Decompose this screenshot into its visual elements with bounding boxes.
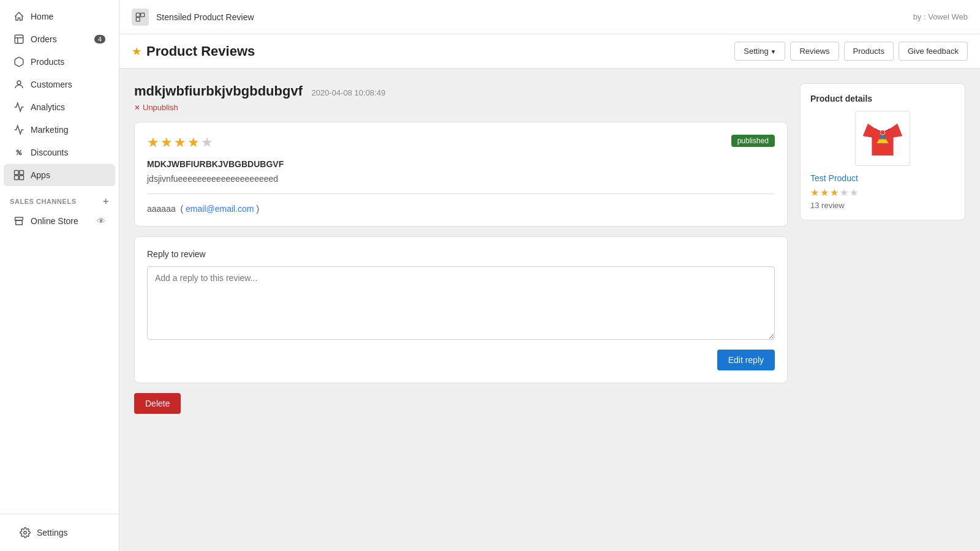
unpublish-button[interactable]: ✕ Unpublish <box>134 103 788 112</box>
product-details-card: Product details <box>800 83 965 220</box>
svg-point-2 <box>17 150 18 152</box>
product-star-4: ★ <box>840 187 848 198</box>
product-star-5: ★ <box>850 187 858 198</box>
content-layout: mdkjwbfiurbkjvbgbdubgvf 2020-04-08 10:08… <box>134 83 965 414</box>
customers-icon <box>13 79 24 90</box>
content-header: ★ Product Reviews Setting Reviews Produc… <box>119 34 980 69</box>
app-icon <box>132 9 149 26</box>
sidebar-item-online-store-label: Online Store <box>31 216 78 226</box>
product-stars: ★ ★ ★ ★ ★ <box>810 187 955 198</box>
sidebar-item-products[interactable]: Products <box>4 51 115 73</box>
star-5: ★ <box>201 135 213 151</box>
star-2: ★ <box>160 135 173 151</box>
svg-rect-10 <box>136 13 140 17</box>
review-header: mdkjwbfiurbkjvbgbdubgvf 2020-04-08 10:08… <box>134 83 788 112</box>
review-card-top: ★ ★ ★ ★ ★ published <box>147 135 775 151</box>
star-3: ★ <box>174 135 186 151</box>
sidebar-item-customers-label: Customers <box>31 80 72 89</box>
topbar-credit: by : Vowel Web <box>913 12 968 21</box>
sidebar: Home Orders 4 Products Customers <box>0 0 119 551</box>
sidebar-item-discounts[interactable]: Discounts <box>4 141 115 163</box>
reviewer-name: MDKJWBFIURBKJVBGBDUBGVF <box>147 159 775 169</box>
sidebar-item-online-store[interactable]: Online Store 👁 <box>4 210 115 232</box>
review-body: jdsjivnfueeeeeeeeeeeeeeeeeeeed <box>147 174 775 184</box>
delete-button[interactable]: Delete <box>134 393 181 414</box>
star-1: ★ <box>147 135 159 151</box>
svg-point-1 <box>17 81 21 84</box>
author-email[interactable]: email@email.com <box>186 204 254 214</box>
sidebar-item-orders[interactable]: Orders 4 <box>4 28 115 50</box>
home-icon <box>13 11 24 22</box>
sidebar-item-marketing[interactable]: Marketing <box>4 119 115 141</box>
product-image <box>855 111 910 166</box>
sales-channels-section: SALES CHANNELS + <box>0 191 119 209</box>
review-stars: ★ ★ ★ ★ ★ <box>147 135 213 151</box>
sidebar-item-analytics[interactable]: Analytics <box>4 96 115 118</box>
review-card: ★ ★ ★ ★ ★ published MDKJWBFIURBKJVBGBDUB… <box>134 122 788 227</box>
marketing-icon <box>13 124 24 135</box>
apps-icon <box>13 170 24 181</box>
page-title-wrap: ★ Product Reviews <box>132 43 734 59</box>
divider <box>147 193 775 194</box>
page-title-star: ★ <box>132 45 141 58</box>
sidebar-item-orders-label: Orders <box>31 34 57 44</box>
sidebar-item-customers[interactable]: Customers <box>4 73 115 96</box>
setting-button[interactable]: Setting <box>734 42 785 61</box>
store-visibility-icon[interactable]: 👁 <box>97 216 105 226</box>
feedback-button[interactable]: Give feedback <box>899 42 968 61</box>
sidebar-item-home-label: Home <box>31 12 53 21</box>
product-star-1: ★ <box>810 187 819 198</box>
author-name: aaaaaa <box>147 204 176 214</box>
reply-card: Reply to review Edit reply <box>134 236 788 383</box>
sidebar-item-settings-label: Settings <box>37 528 68 538</box>
sidebar-item-discounts-label: Discounts <box>31 148 68 157</box>
svg-line-4 <box>17 150 21 155</box>
products-button[interactable]: Products <box>844 42 894 61</box>
review-title: mdkjwbfiurbkjvbgbdubgvf <box>134 83 303 99</box>
product-star-2: ★ <box>820 187 829 198</box>
orders-icon <box>13 34 24 45</box>
sidebar-item-marketing-label: Marketing <box>31 125 68 135</box>
reviews-button[interactable]: Reviews <box>790 42 839 61</box>
products-icon <box>13 56 24 67</box>
reply-textarea[interactable] <box>147 266 775 340</box>
analytics-icon <box>13 102 24 113</box>
page-title: Product Reviews <box>146 43 255 59</box>
content-body: mdkjwbfiurbkjvbgbdubgvf 2020-04-08 10:08… <box>119 69 980 551</box>
product-star-3: ★ <box>830 187 839 198</box>
topbar: Stensiled Product Review by : Vowel Web <box>119 0 980 34</box>
sidebar-nav: Home Orders 4 Products Customers <box>0 0 119 514</box>
add-channel-icon[interactable]: + <box>103 196 109 207</box>
status-badge: published <box>731 135 775 147</box>
sidebar-item-products-label: Products <box>31 57 64 67</box>
svg-rect-8 <box>20 176 24 180</box>
main-area: Stensiled Product Review by : Vowel Web … <box>119 0 980 551</box>
svg-point-9 <box>24 531 27 534</box>
svg-rect-11 <box>141 13 145 17</box>
header-actions: Setting Reviews Products Give feedback <box>734 42 968 61</box>
sidebar-item-home[interactable]: Home <box>4 6 115 28</box>
sidebar-item-analytics-label: Analytics <box>31 102 65 112</box>
svg-point-3 <box>20 153 21 155</box>
sidebar-item-settings[interactable]: Settings <box>10 522 109 544</box>
settings-icon <box>20 527 31 538</box>
unpublish-label: Unpublish <box>143 103 178 112</box>
product-review-count: 13 review <box>810 201 955 210</box>
review-author: aaaaaa ( email@email.com ) <box>147 204 775 214</box>
svg-rect-6 <box>20 171 24 175</box>
star-4: ★ <box>187 135 200 151</box>
product-name[interactable]: Test Product <box>810 173 955 183</box>
sidebar-item-apps-label: Apps <box>31 170 50 180</box>
sidebar-item-apps[interactable]: Apps <box>4 164 115 186</box>
svg-rect-12 <box>136 17 140 21</box>
svg-rect-7 <box>15 176 19 180</box>
product-sidebar: Product details <box>800 83 965 220</box>
store-icon <box>13 216 24 227</box>
edit-reply-button[interactable]: Edit reply <box>717 350 775 370</box>
sales-channels-label: SALES CHANNELS <box>10 198 77 205</box>
x-icon: ✕ <box>134 103 140 112</box>
reply-actions: Edit reply <box>147 350 775 370</box>
discounts-icon <box>13 147 24 158</box>
svg-rect-0 <box>15 35 23 43</box>
orders-badge: 4 <box>94 35 105 43</box>
